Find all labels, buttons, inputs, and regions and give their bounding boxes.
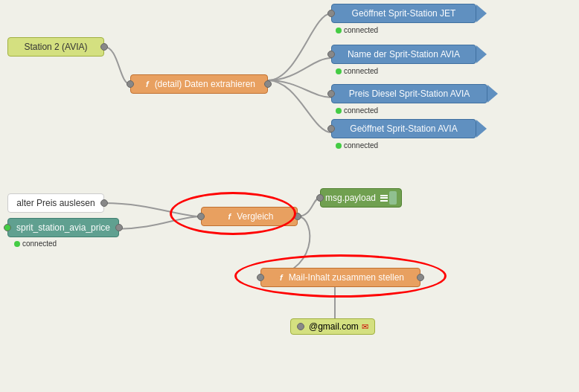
f-badge-mail: f xyxy=(277,273,286,282)
port-left-sprit xyxy=(4,224,11,231)
node-gmail[interactable]: @gmail.com ✉ xyxy=(290,318,375,335)
connected-dot-5 xyxy=(14,241,20,247)
arrow-preis-avia xyxy=(487,85,498,103)
node-vergleich[interactable]: f Vergleich xyxy=(201,207,298,226)
node-label-geoffnet-jet: Geöffnet Sprit-Station JET xyxy=(352,8,456,19)
node-geoffnet-jet[interactable]: Geöffnet Sprit-Station JET xyxy=(331,4,487,23)
connected-label-5: connected xyxy=(14,240,57,248)
node-name-avia[interactable]: Name der Sprit-Station AVIA xyxy=(331,45,487,64)
port-right-station2 xyxy=(100,43,108,51)
list-icon-msg xyxy=(380,195,388,202)
node-label-station2: Station 2 (AVIA) xyxy=(24,42,87,52)
node-label-mail: Mail-Inhalt zusammen stellen xyxy=(289,272,404,283)
node-sprit-station[interactable]: sprit_station_avia_price xyxy=(7,218,119,237)
port-left-preis-avia xyxy=(327,90,335,97)
port-right-mail xyxy=(417,274,424,281)
node-msg-payload[interactable]: msg.payload xyxy=(320,188,402,208)
connected-label-3: connected xyxy=(336,106,378,115)
connected-dot-4 xyxy=(336,143,342,149)
node-label-sprit: sprit_station_avia_price xyxy=(16,222,110,233)
flow-canvas[interactable]: Geöffnet Sprit-Station JET connected Nam… xyxy=(0,0,579,392)
connected-dot-2 xyxy=(336,68,342,74)
f-badge-vergleich: f xyxy=(225,212,234,221)
port-left-mail xyxy=(257,274,264,281)
node-icons-msg xyxy=(380,191,397,205)
node-label-geoffnet-avia: Geöffnet Sprit-Station AVIA xyxy=(350,123,457,134)
port-right-vergleich xyxy=(294,213,301,220)
node-label-vergleich: Vergleich xyxy=(237,211,273,222)
msg-icon-2 xyxy=(389,191,397,205)
connected-label-1: connected xyxy=(336,26,378,34)
node-label-detail: (detail) Daten extrahieren xyxy=(155,79,255,89)
port-right-detail xyxy=(264,80,272,88)
gmail-envelope-icon: ✉ xyxy=(362,322,368,332)
port-left-gmail xyxy=(297,323,304,330)
node-label-name-avia: Name der Sprit-Station AVIA xyxy=(348,49,460,60)
port-right-alter-preis xyxy=(100,199,108,207)
node-preis-avia[interactable]: Preis Diesel Sprit-Station AVIA xyxy=(331,84,498,103)
connected-label-4: connected xyxy=(336,141,378,150)
node-alter-preis[interactable]: alter Preis auslesen xyxy=(7,193,104,213)
arrow-geoffnet-jet xyxy=(476,4,487,22)
node-station2[interactable]: Station 2 (AVIA) xyxy=(7,37,104,57)
port-left-detail xyxy=(127,80,134,88)
f-badge-detail: f xyxy=(143,80,152,89)
node-mail-inhalt[interactable]: f Mail-Inhalt zusammen stellen xyxy=(260,268,420,287)
node-label-msg: msg.payload xyxy=(325,193,376,203)
arrow-geoffnet-avia xyxy=(476,120,487,138)
node-geoffnet-avia[interactable]: Geöffnet Sprit-Station AVIA xyxy=(331,119,487,138)
node-label-gmail: @gmail.com xyxy=(309,321,359,332)
port-left-vergleich xyxy=(197,213,205,220)
arrow-name-avia xyxy=(476,45,487,63)
port-right-sprit xyxy=(115,224,123,231)
port-left-msg xyxy=(316,194,324,202)
port-left-name-avia xyxy=(327,51,335,58)
connected-dot-1 xyxy=(336,28,342,33)
node-detail-extrahieren[interactable]: f (detail) Daten extrahieren xyxy=(130,74,268,94)
connected-dot-3 xyxy=(336,108,342,114)
node-label-alter-preis: alter Preis auslesen xyxy=(16,198,95,208)
connected-label-2: connected xyxy=(336,67,378,75)
node-label-preis-avia: Preis Diesel Sprit-Station AVIA xyxy=(349,89,470,99)
port-left-geoffnet-avia xyxy=(327,125,335,132)
port-left-geoffnet-jet xyxy=(327,10,335,17)
